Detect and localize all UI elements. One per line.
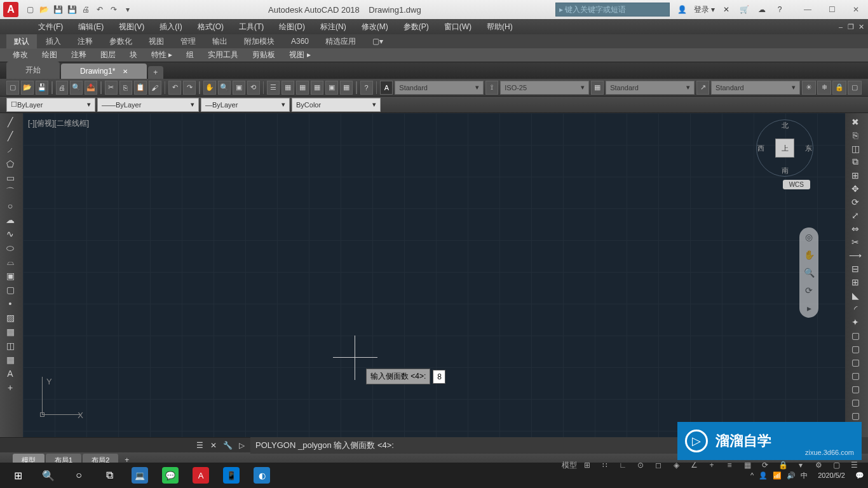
ucs-icon[interactable]: Y X (32, 377, 83, 428)
tb-publish-icon[interactable]: 📤 (85, 81, 97, 95)
redo-icon[interactable]: ↷ (107, 3, 120, 16)
tb-tablestyle-icon[interactable]: ▦ (591, 81, 604, 95)
taskbar-app-wechat[interactable]: 💬 (156, 464, 184, 487)
exchange-icon[interactable]: ✕ (720, 3, 733, 16)
menu-parametric[interactable]: 参数(P) (397, 20, 435, 34)
cart-icon[interactable]: 🛒 (738, 3, 750, 16)
tb-copy-icon[interactable]: ⎘ (119, 81, 132, 95)
mod4-icon[interactable]: ▢ (846, 369, 864, 381)
tb-zoomprev-icon[interactable]: ⟲ (247, 81, 260, 95)
addselected-icon[interactable]: + (1, 381, 19, 394)
panel-clipboard[interactable]: 剪贴板 (246, 48, 281, 62)
taskbar-app-browser[interactable]: ◐ (248, 464, 276, 487)
cmd-customize-icon[interactable]: 🔧 (221, 439, 234, 452)
compass-west[interactable]: 西 (757, 144, 764, 153)
menu-modify[interactable]: 修改(M) (355, 20, 395, 34)
drawing-canvas[interactable]: [-][俯视][二维线框] 输入侧面数 <4>: 8 Y X 上 北 南 东 西… (23, 113, 845, 437)
menu-insert[interactable]: 插入(I) (153, 20, 188, 34)
taskbar-app-autocad[interactable]: A (187, 464, 215, 487)
ellipse-icon[interactable]: ⬭ (1, 241, 19, 254)
linetype-combo[interactable]: —— ByLayer▾ (97, 98, 199, 112)
extend-icon[interactable]: ⟶ (846, 249, 864, 261)
tb-zoomw-icon[interactable]: ▣ (233, 81, 245, 95)
search-box[interactable]: ▸ 键入关键字或短语 (555, 3, 670, 17)
status-ortho-icon[interactable]: ∟ (615, 459, 630, 471)
minimize-button[interactable]: — (799, 3, 817, 16)
ribbon-tab-output[interactable]: 输出 (205, 34, 235, 49)
panel-properties[interactable]: 特性 ▸ (145, 48, 179, 62)
ellipse-arc-icon[interactable]: ⌓ (1, 255, 19, 268)
dynamic-input-field[interactable]: 8 (433, 370, 445, 384)
menu-format[interactable]: 格式(O) (191, 20, 230, 34)
revcloud-icon[interactable]: ☁ (1, 214, 19, 226)
nav-showmotion-icon[interactable]: ▸ (802, 301, 816, 315)
make-block-icon[interactable]: ▢ (1, 283, 19, 296)
ribbon-tab-manage[interactable]: 管理 (173, 34, 203, 49)
tb-layer4-icon[interactable]: ▢ (848, 81, 862, 95)
help-icon[interactable]: ? (773, 3, 786, 16)
move-icon[interactable]: ✥ (846, 182, 864, 194)
compass-east[interactable]: 东 (805, 144, 812, 153)
cloud-icon[interactable]: ☁ (756, 3, 768, 16)
spline-icon[interactable]: ∿ (1, 227, 19, 240)
tb-zoom-icon[interactable]: 🔍 (218, 81, 231, 95)
viewport-controls[interactable]: [-][俯视][二维线框] (28, 118, 89, 129)
polyline-icon[interactable]: ⟋ (1, 144, 19, 156)
view-cube[interactable]: 上 北 南 东 西 (756, 119, 813, 177)
taskbar-app-phone[interactable]: 📱 (217, 464, 245, 487)
erase-icon[interactable]: ✖ (846, 116, 864, 128)
taskview-button[interactable]: ⧉ (95, 464, 123, 487)
start-button[interactable]: ⊞ (4, 464, 32, 487)
lineweight-combo[interactable]: — ByLayer▾ (201, 98, 290, 112)
compass-south[interactable]: 南 (782, 166, 789, 175)
tb-preview-icon[interactable]: 🔍 (70, 81, 83, 95)
construction-line-icon[interactable]: ╱ (1, 130, 19, 142)
mtext-icon[interactable]: A (1, 367, 19, 380)
status-clean-icon[interactable]: ▢ (829, 459, 844, 471)
ribbon-tab-a360[interactable]: A360 (283, 35, 316, 48)
status-customize-icon[interactable]: ☰ (846, 459, 862, 471)
tb-mleaderstyle-icon[interactable]: ↗ (696, 81, 709, 95)
cmd-history-icon[interactable]: ☰ (193, 439, 206, 452)
ribbon-more-icon[interactable]: ▢▾ (365, 35, 391, 48)
explode-icon[interactable]: ✦ (846, 316, 864, 328)
tb-tp-icon[interactable]: ▦ (296, 81, 309, 95)
stretch-icon[interactable]: ⇔ (846, 222, 864, 234)
cmd-close-icon[interactable]: ✕ (207, 439, 220, 452)
tb-layer2-icon[interactable]: ❄ (817, 81, 831, 95)
tb-matchprop-icon[interactable]: 🖌 (149, 81, 161, 95)
break-icon[interactable]: ⊟ (846, 262, 864, 274)
arc-icon[interactable]: ⌒ (1, 186, 19, 198)
status-workspace-icon[interactable]: ⚙ (811, 459, 826, 471)
app-logo-icon[interactable]: A (3, 2, 18, 17)
panel-block[interactable]: 块 (123, 48, 144, 62)
print-icon[interactable]: 🖨 (79, 3, 92, 16)
menu-tools[interactable]: 工具(T) (233, 20, 270, 34)
tb-dc-icon[interactable]: ▦ (311, 81, 323, 95)
tb-cut-icon[interactable]: ✂ (105, 81, 118, 95)
offset-icon[interactable]: ⧉ (846, 156, 864, 168)
mod3-icon[interactable]: ▢ (846, 356, 864, 368)
menu-dimension[interactable]: 标注(N) (314, 20, 353, 34)
menu-edit[interactable]: 编辑(E) (72, 20, 110, 34)
ribbon-tab-featured[interactable]: 精选应用 (318, 34, 363, 49)
table-icon[interactable]: ▦ (1, 353, 19, 366)
status-osnap-icon[interactable]: ◻ (651, 459, 666, 471)
ribbon-tab-annotate[interactable]: 注释 (70, 34, 100, 49)
wcs-dropdown[interactable]: WCS (783, 180, 810, 189)
chamfer-icon[interactable]: ◣ (846, 289, 864, 301)
panel-view[interactable]: 视图 ▸ (283, 48, 316, 62)
tb-new-icon[interactable]: ▢ (6, 81, 19, 95)
mleader-style-combo[interactable]: Standard▾ (711, 81, 800, 95)
plotstyle-combo[interactable]: ByColor▾ (292, 98, 381, 112)
menu-view[interactable]: 视图(V) (112, 20, 151, 34)
infocenter-icon[interactable]: 👤 (676, 3, 689, 16)
insert-block-icon[interactable]: ▣ (1, 269, 19, 282)
gradient-icon[interactable]: ▦ (1, 325, 19, 338)
scale-icon[interactable]: ⤢ (846, 209, 864, 221)
saveas-icon[interactable]: 💾 (65, 3, 78, 16)
fillet-icon[interactable]: ◜ (846, 302, 864, 315)
maximize-button[interactable]: ☐ (823, 3, 841, 16)
ribbon-tab-addins[interactable]: 附加模块 (236, 34, 282, 49)
menu-help[interactable]: 帮助(H) (480, 20, 519, 34)
